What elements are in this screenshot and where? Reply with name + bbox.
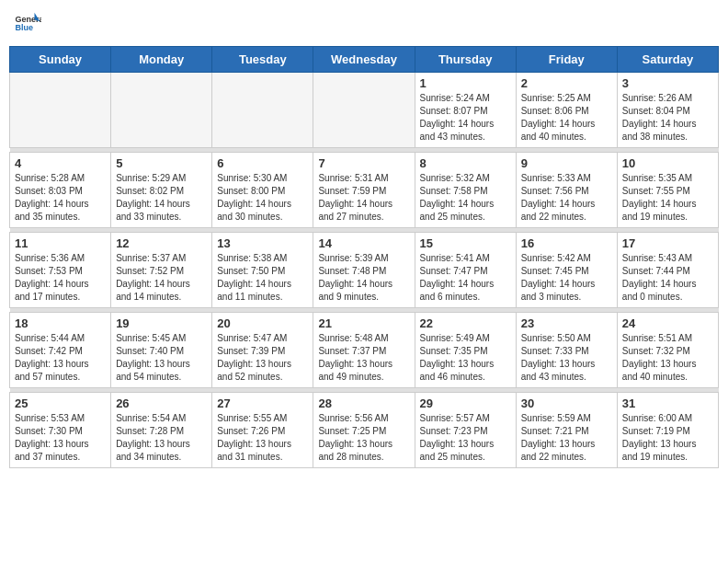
calendar-day: 17Sunrise: 5:43 AMSunset: 7:44 PMDayligh… [617,233,718,308]
day-number: 14 [318,236,409,250]
day-number: 2 [521,76,612,90]
calendar-day: 18Sunrise: 5:44 AMSunset: 7:42 PMDayligh… [10,313,111,388]
day-number: 30 [521,396,612,410]
day-number: 27 [217,396,308,410]
day-number: 6 [217,156,308,170]
day-number: 25 [15,396,106,410]
day-number: 24 [622,316,713,330]
weekday-header-row: SundayMondayTuesdayWednesdayThursdayFrid… [10,47,719,73]
day-number: 26 [116,396,207,410]
day-info: Sunrise: 5:54 AMSunset: 7:28 PMDaylight:… [116,412,207,464]
calendar-week-1: 1Sunrise: 5:24 AMSunset: 8:07 PMDaylight… [10,73,719,148]
day-info: Sunrise: 5:26 AMSunset: 8:04 PMDaylight:… [622,92,713,144]
calendar-day: 26Sunrise: 5:54 AMSunset: 7:28 PMDayligh… [111,393,212,468]
day-number: 31 [622,396,713,410]
calendar-week-4: 18Sunrise: 5:44 AMSunset: 7:42 PMDayligh… [10,313,719,388]
calendar-day: 6Sunrise: 5:30 AMSunset: 8:00 PMDaylight… [212,153,313,228]
day-number: 8 [420,156,511,170]
calendar-day: 13Sunrise: 5:38 AMSunset: 7:50 PMDayligh… [212,233,313,308]
day-number: 1 [420,76,511,90]
calendar-day: 27Sunrise: 5:55 AMSunset: 7:26 PMDayligh… [212,393,313,468]
day-info: Sunrise: 5:29 AMSunset: 8:02 PMDaylight:… [116,172,207,224]
calendar-day: 30Sunrise: 5:59 AMSunset: 7:21 PMDayligh… [516,393,617,468]
calendar-week-3: 11Sunrise: 5:36 AMSunset: 7:53 PMDayligh… [10,233,719,308]
day-info: Sunrise: 5:53 AMSunset: 7:30 PMDaylight:… [15,412,106,464]
weekday-wednesday: Wednesday [313,47,415,73]
day-number: 15 [420,236,511,250]
weekday-saturday: Saturday [617,47,718,73]
calendar-day: 20Sunrise: 5:47 AMSunset: 7:39 PMDayligh… [212,313,313,388]
day-info: Sunrise: 6:00 AMSunset: 7:19 PMDaylight:… [622,412,713,464]
calendar-day: 10Sunrise: 5:35 AMSunset: 7:55 PMDayligh… [617,153,718,228]
day-number: 13 [217,236,308,250]
calendar-table: SundayMondayTuesdayWednesdayThursdayFrid… [9,46,719,468]
calendar-day: 31Sunrise: 6:00 AMSunset: 7:19 PMDayligh… [617,393,718,468]
day-number: 29 [420,396,511,410]
day-info: Sunrise: 5:35 AMSunset: 7:55 PMDaylight:… [622,172,713,224]
day-number: 4 [15,156,106,170]
day-info: Sunrise: 5:56 AMSunset: 7:25 PMDaylight:… [318,412,409,464]
day-info: Sunrise: 5:55 AMSunset: 7:26 PMDaylight:… [217,412,308,464]
calendar-day: 7Sunrise: 5:31 AMSunset: 7:59 PMDaylight… [313,153,415,228]
day-number: 12 [116,236,207,250]
calendar-day [111,73,212,148]
svg-text:Blue: Blue [16,23,34,32]
day-info: Sunrise: 5:44 AMSunset: 7:42 PMDaylight:… [15,332,106,384]
calendar-day: 29Sunrise: 5:57 AMSunset: 7:23 PMDayligh… [415,393,516,468]
day-info: Sunrise: 5:31 AMSunset: 7:59 PMDaylight:… [318,172,409,224]
day-info: Sunrise: 5:28 AMSunset: 8:03 PMDaylight:… [15,172,106,224]
day-number: 18 [15,316,106,330]
calendar-day: 28Sunrise: 5:56 AMSunset: 7:25 PMDayligh… [313,393,415,468]
day-number: 17 [622,236,713,250]
day-info: Sunrise: 5:57 AMSunset: 7:23 PMDaylight:… [420,412,511,464]
day-number: 20 [217,316,308,330]
day-info: Sunrise: 5:32 AMSunset: 7:58 PMDaylight:… [420,172,511,224]
calendar-day: 21Sunrise: 5:48 AMSunset: 7:37 PMDayligh… [313,313,415,388]
day-info: Sunrise: 5:33 AMSunset: 7:56 PMDaylight:… [521,172,612,224]
day-info: Sunrise: 5:47 AMSunset: 7:39 PMDaylight:… [217,332,308,384]
weekday-monday: Monday [111,47,212,73]
calendar-day: 5Sunrise: 5:29 AMSunset: 8:02 PMDaylight… [111,153,212,228]
calendar-day: 1Sunrise: 5:24 AMSunset: 8:07 PMDaylight… [415,73,516,148]
weekday-thursday: Thursday [415,47,516,73]
day-info: Sunrise: 5:42 AMSunset: 7:45 PMDaylight:… [521,252,612,304]
calendar-day: 19Sunrise: 5:45 AMSunset: 7:40 PMDayligh… [111,313,212,388]
calendar-day: 9Sunrise: 5:33 AMSunset: 7:56 PMDaylight… [516,153,617,228]
calendar-day: 22Sunrise: 5:49 AMSunset: 7:35 PMDayligh… [415,313,516,388]
calendar-day: 25Sunrise: 5:53 AMSunset: 7:30 PMDayligh… [10,393,111,468]
calendar-day: 3Sunrise: 5:26 AMSunset: 8:04 PMDaylight… [617,73,718,148]
day-number: 5 [116,156,207,170]
day-info: Sunrise: 5:39 AMSunset: 7:48 PMDaylight:… [318,252,409,304]
day-number: 23 [521,316,612,330]
calendar-day: 24Sunrise: 5:51 AMSunset: 7:32 PMDayligh… [617,313,718,388]
day-info: Sunrise: 5:41 AMSunset: 7:47 PMDaylight:… [420,252,511,304]
calendar-day: 11Sunrise: 5:36 AMSunset: 7:53 PMDayligh… [10,233,111,308]
calendar-day: 16Sunrise: 5:42 AMSunset: 7:45 PMDayligh… [516,233,617,308]
day-number: 10 [622,156,713,170]
calendar-day [212,73,313,148]
calendar-week-2: 4Sunrise: 5:28 AMSunset: 8:03 PMDaylight… [10,153,719,228]
calendar-day: 4Sunrise: 5:28 AMSunset: 8:03 PMDaylight… [10,153,111,228]
day-info: Sunrise: 5:37 AMSunset: 7:52 PMDaylight:… [116,252,207,304]
page-header: General Blue [9,9,719,37]
day-info: Sunrise: 5:30 AMSunset: 8:00 PMDaylight:… [217,172,308,224]
calendar-day: 14Sunrise: 5:39 AMSunset: 7:48 PMDayligh… [313,233,415,308]
day-number: 3 [622,76,713,90]
calendar-week-5: 25Sunrise: 5:53 AMSunset: 7:30 PMDayligh… [10,393,719,468]
day-info: Sunrise: 5:43 AMSunset: 7:44 PMDaylight:… [622,252,713,304]
day-info: Sunrise: 5:38 AMSunset: 7:50 PMDaylight:… [217,252,308,304]
day-number: 7 [318,156,409,170]
calendar-day: 8Sunrise: 5:32 AMSunset: 7:58 PMDaylight… [415,153,516,228]
day-number: 28 [318,396,409,410]
day-info: Sunrise: 5:25 AMSunset: 8:06 PMDaylight:… [521,92,612,144]
logo-icon: General Blue [14,9,41,37]
calendar-day: 2Sunrise: 5:25 AMSunset: 8:06 PMDaylight… [516,73,617,148]
day-number: 11 [15,236,106,250]
day-number: 19 [116,316,207,330]
day-info: Sunrise: 5:49 AMSunset: 7:35 PMDaylight:… [420,332,511,384]
calendar-day: 12Sunrise: 5:37 AMSunset: 7:52 PMDayligh… [111,233,212,308]
day-info: Sunrise: 5:50 AMSunset: 7:33 PMDaylight:… [521,332,612,384]
calendar-body: 1Sunrise: 5:24 AMSunset: 8:07 PMDaylight… [10,73,719,468]
weekday-friday: Friday [516,47,617,73]
calendar-day: 23Sunrise: 5:50 AMSunset: 7:33 PMDayligh… [516,313,617,388]
